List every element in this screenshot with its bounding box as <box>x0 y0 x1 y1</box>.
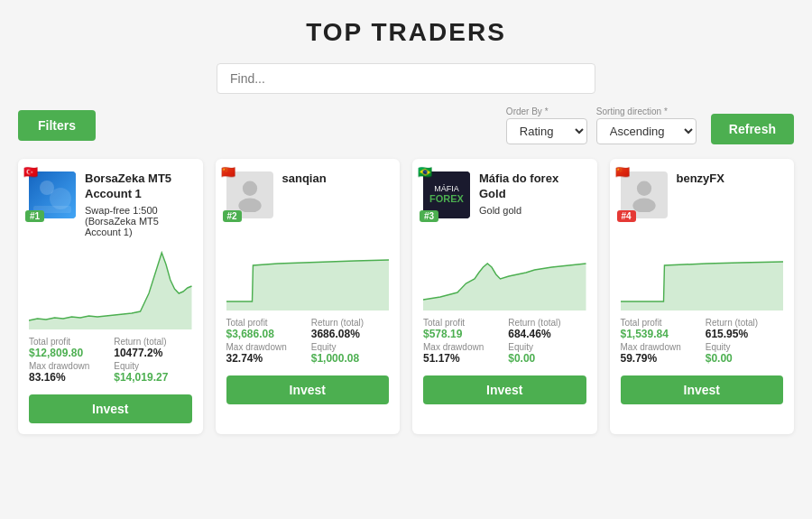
svg-point-6 <box>238 199 261 212</box>
stat-max-drawdown-label: Max drawdown <box>29 361 106 371</box>
trader-info: benzyFX <box>677 171 784 187</box>
chart-area <box>423 229 586 310</box>
stat-return-total-value: 684.46% <box>508 328 586 340</box>
trader-card: 🇹🇷 #1 BorsaZeka MT5 Account 1 Swap-free … <box>18 159 203 434</box>
svg-point-5 <box>242 181 256 196</box>
invest-button[interactable]: Invest <box>621 375 784 404</box>
rank-badge: #2 <box>223 210 242 222</box>
stat-equity-value: $0.00 <box>508 352 586 365</box>
avatar-wrap: 🇧🇷 FOREX MÁFIA #3 <box>423 171 470 218</box>
stat-max-drawdown-value: 83.16% <box>29 371 106 384</box>
rank-badge: #1 <box>25 210 44 222</box>
page-title: TOP TRADERS <box>18 18 794 47</box>
invest-button[interactable]: Invest <box>29 394 192 423</box>
chart-area <box>29 248 192 329</box>
svg-marker-14 <box>621 262 784 310</box>
stat-equity-value: $1,000.08 <box>311 352 389 365</box>
stat-equity: Equity $1,000.08 <box>311 342 389 365</box>
stat-max-drawdown-value: 59.79% <box>621 352 698 365</box>
stat-max-drawdown-label: Max drawdown <box>621 342 698 352</box>
order-by-group: Order By * Rating Profit Equity <box>506 107 587 144</box>
stat-total-profit-value: $12,809.80 <box>29 347 106 359</box>
stat-max-drawdown-value: 51.17% <box>423 352 501 365</box>
stat-total-profit-value: $3,686.08 <box>226 328 304 340</box>
rank-badge: #4 <box>617 210 636 222</box>
stat-equity-label: Equity <box>311 342 389 352</box>
order-by-select[interactable]: Rating Profit Equity <box>506 118 587 144</box>
toolbar-right: Order By * Rating Profit Equity Sorting … <box>506 107 794 144</box>
stat-equity-value: $14,019.27 <box>114 371 191 384</box>
trader-info: sanqian <box>282 171 390 187</box>
avatar-wrap: 🇨🇳 #2 <box>226 171 273 218</box>
stat-max-drawdown: Max drawdown 59.79% <box>621 342 698 365</box>
card-header: 🇹🇷 #1 BorsaZeka MT5 Account 1 Swap-free … <box>29 171 192 237</box>
trader-card: 🇨🇳 #2 sanqian Total profit $3,686.08 <box>216 159 401 434</box>
stat-total-profit-label: Total profit <box>226 318 304 328</box>
stat-return-total-value: 615.95% <box>706 328 783 340</box>
svg-point-13 <box>632 199 655 212</box>
filters-button[interactable]: Filters <box>18 110 96 141</box>
stat-total-profit-label: Total profit <box>621 318 698 328</box>
trader-name: BorsaZeka MT5 Account 1 <box>85 171 192 202</box>
stat-equity: Equity $0.00 <box>508 342 586 365</box>
invest-button[interactable]: Invest <box>423 375 586 404</box>
stat-return-total-label: Return (total) <box>706 318 783 328</box>
sorting-direction-select[interactable]: Ascending Descending <box>596 118 697 144</box>
trader-name: Máfia do forex Gold <box>479 171 586 202</box>
toolbar: Filters Order By * Rating Profit Equity … <box>18 107 794 144</box>
trader-card: 🇧🇷 FOREX MÁFIA #3 Máfia do forex Gold Go… <box>412 159 597 434</box>
stat-return-total-label: Return (total) <box>508 318 586 328</box>
trader-name: benzyFX <box>677 171 784 187</box>
svg-text:FOREX: FOREX <box>429 193 465 204</box>
stat-max-drawdown-label: Max drawdown <box>226 342 304 352</box>
stat-return-total: Return (total) 10477.2% <box>114 337 191 359</box>
stat-total-profit: Total profit $3,686.08 <box>226 318 304 340</box>
stat-total-profit: Total profit $1,539.84 <box>621 318 698 340</box>
refresh-button[interactable]: Refresh <box>711 114 794 144</box>
stats-grid: Total profit $3,686.08 Return (total) 36… <box>226 318 390 365</box>
svg-marker-7 <box>226 260 390 310</box>
sorting-direction-group: Sorting direction * Ascending Descending <box>596 107 697 144</box>
search-input[interactable] <box>217 63 595 94</box>
stat-return-total: Return (total) 3686.08% <box>311 318 389 340</box>
trader-badge: Swap-free 1:500 (BorsaZeka MT5 Account 1… <box>85 205 192 237</box>
stats-grid: Total profit $578.19 Return (total) 684.… <box>423 318 586 365</box>
stat-equity-value: $0.00 <box>706 352 783 365</box>
invest-button[interactable]: Invest <box>226 375 390 404</box>
stat-total-profit-label: Total profit <box>423 318 501 328</box>
sorting-direction-label: Sorting direction * <box>596 107 668 116</box>
stat-equity-label: Equity <box>114 361 191 371</box>
stats-grid: Total profit $1,539.84 Return (total) 61… <box>621 318 784 365</box>
svg-text:MÁFIA: MÁFIA <box>434 184 459 193</box>
stat-max-drawdown-value: 32.74% <box>226 352 304 365</box>
flag: 🇹🇷 <box>23 166 38 178</box>
card-header: 🇧🇷 FOREX MÁFIA #3 Máfia do forex Gold Go… <box>423 171 586 218</box>
flag: 🇨🇳 <box>221 166 235 178</box>
stat-max-drawdown-label: Max drawdown <box>423 342 501 352</box>
chart-area <box>621 229 784 310</box>
flag: 🇧🇷 <box>418 166 432 178</box>
trader-info: Máfia do forex Gold Gold gold <box>479 171 586 216</box>
order-by-label: Order By * <box>506 107 549 116</box>
trader-name: sanqian <box>282 171 390 187</box>
stat-return-total-value: 3686.08% <box>311 328 389 340</box>
stat-max-drawdown: Max drawdown 32.74% <box>226 342 304 365</box>
stat-equity-label: Equity <box>706 342 783 352</box>
stat-equity: Equity $14,019.27 <box>114 361 191 384</box>
stat-total-profit: Total profit $578.19 <box>423 318 501 340</box>
stat-total-profit-value: $1,539.84 <box>621 328 698 340</box>
trader-card: 🇨🇳 #4 benzyFX Total profit $1,539.84 <box>610 159 795 434</box>
chart-area <box>226 229 390 310</box>
trader-info: BorsaZeka MT5 Account 1 Swap-free 1:500 … <box>85 171 192 237</box>
card-header: 🇨🇳 #2 sanqian <box>226 171 390 218</box>
stat-max-drawdown: Max drawdown 51.17% <box>423 342 501 365</box>
stat-return-total-value: 10477.2% <box>114 347 191 359</box>
stat-max-drawdown: Max drawdown 83.16% <box>29 361 106 384</box>
flag: 🇨🇳 <box>615 166 630 178</box>
stat-equity-label: Equity <box>508 342 586 352</box>
svg-marker-11 <box>423 264 586 310</box>
avatar-wrap: 🇨🇳 #4 <box>621 171 668 218</box>
trader-badge: Gold gold <box>479 205 586 216</box>
stat-return-total-label: Return (total) <box>114 337 191 347</box>
svg-point-12 <box>636 181 651 196</box>
